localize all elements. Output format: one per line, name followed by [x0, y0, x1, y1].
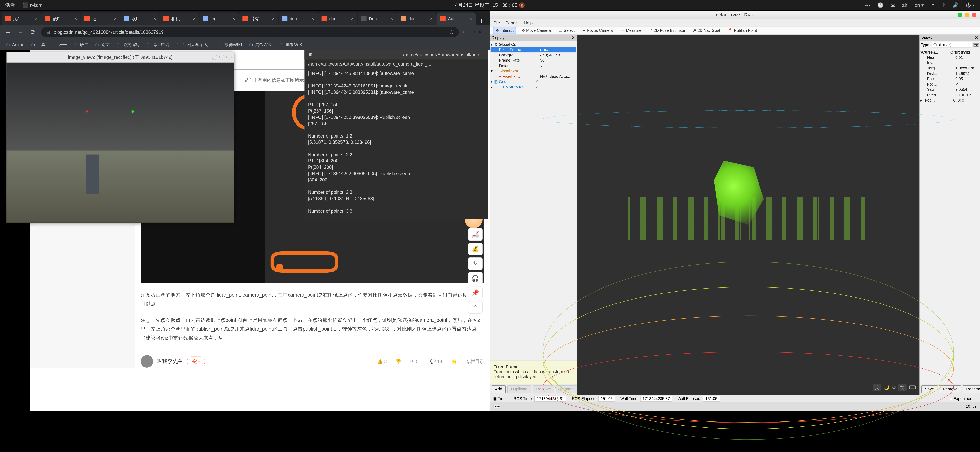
- bookmark-item[interactable]: 🗀研二: [71, 41, 91, 49]
- tab-close-icon[interactable]: ×: [312, 16, 314, 21]
- rviz-tool-2d-nav-goal[interactable]: ↗2D Nav Goal: [691, 27, 722, 34]
- forward-button[interactable]: →: [16, 28, 25, 37]
- rviz-tool-focus-camera[interactable]: ✦Focus Camera: [581, 27, 615, 34]
- browser-tab[interactable]: Doc×: [358, 13, 397, 25]
- rviz-menu-item[interactable]: Panels: [506, 21, 519, 25]
- float-headset-icon[interactable]: 🎧: [468, 272, 482, 284]
- terminal-output[interactable]: [ INFO] [1713944245.984413830]: [autowar…: [304, 69, 488, 216]
- rviz-menu-item[interactable]: File: [493, 21, 500, 25]
- browser-tab[interactable]: leg×: [199, 13, 239, 25]
- follow-button[interactable]: 关注: [187, 357, 205, 366]
- address-bar[interactable]: ⊟ blog.csdn.net/qq_40216084/article/deta…: [41, 27, 459, 37]
- site-info-icon[interactable]: ⊟: [46, 29, 50, 35]
- bookmark-btn[interactable]: ⭐: [451, 359, 457, 364]
- win-close-icon[interactable]: [226, 54, 232, 60]
- win-min-icon[interactable]: [212, 54, 217, 60]
- tab-close-icon[interactable]: ×: [272, 16, 275, 21]
- indicator-dots-icon[interactable]: •••: [865, 2, 870, 8]
- views-rename-button[interactable]: Rename: [963, 385, 980, 393]
- browser-tab[interactable]: 无J×: [2, 13, 41, 25]
- ime-btn-1[interactable]: 英: [873, 384, 881, 391]
- reset-button[interactable]: Reset: [493, 405, 500, 408]
- displays-tree[interactable]: ▾⚙ Global Opti... Fixed Framerslidar Bac…: [490, 41, 577, 91]
- browser-tab[interactable]: 便F×: [41, 13, 81, 25]
- back-button[interactable]: ←: [3, 28, 12, 37]
- tab-close-icon[interactable]: ×: [430, 16, 433, 21]
- rviz-menu-item[interactable]: Help: [524, 21, 533, 25]
- rviz-tool-measure[interactable]: —Measure: [619, 27, 643, 34]
- bookmark-item[interactable]: 🗀Anime: [3, 41, 27, 48]
- float-up-icon[interactable]: ⌃: [468, 301, 482, 314]
- tab-close-icon[interactable]: ×: [75, 16, 77, 21]
- tab-close-icon[interactable]: ×: [351, 16, 353, 21]
- float-edit-icon[interactable]: ✎: [468, 257, 482, 270]
- bookmark-item[interactable]: 🗀原神WIKI: [216, 41, 245, 49]
- toc-btn[interactable]: 专栏目录: [466, 358, 484, 364]
- tab-close-icon[interactable]: ×: [469, 16, 472, 21]
- tab-close-icon[interactable]: ×: [391, 16, 393, 21]
- bookmark-item[interactable]: 🗀工具: [29, 41, 48, 49]
- extension-1-icon[interactable]: ▦: [463, 31, 465, 34]
- lang-indicator-1[interactable]: zh: [902, 2, 907, 8]
- panel-close-icon[interactable]: ✕: [572, 35, 575, 40]
- views-zero-button[interactable]: Zero: [973, 43, 979, 46]
- extension-4-icon[interactable]: ▤: [479, 31, 480, 34]
- bookmark-item[interactable]: 🗀崩铁WIKI: [277, 41, 306, 49]
- lang-indicator-2[interactable]: en ▾: [915, 2, 924, 8]
- network-icon[interactable]: ⋔: [931, 2, 935, 8]
- win-max-icon[interactable]: [219, 54, 224, 60]
- new-tab-button[interactable]: +: [476, 17, 487, 25]
- comment-count[interactable]: 💬 14: [430, 359, 442, 364]
- mac-close-icon[interactable]: [972, 13, 977, 17]
- browser-tab[interactable]: 相机×: [160, 13, 199, 25]
- rviz-3d-view[interactable]: 英 🌙 ⚙ 简 ⌨: [577, 35, 920, 395]
- browser-tab[interactable]: doc×: [397, 13, 436, 25]
- terminal-tab-icon[interactable]: ▣: [308, 52, 313, 57]
- ime-btn-2[interactable]: 简: [899, 384, 907, 391]
- ime-gear-icon[interactable]: ⚙: [892, 385, 896, 390]
- bookmark-item[interactable]: 🗀论文: [92, 41, 112, 49]
- rviz-tool-select[interactable]: ▭Select: [557, 27, 577, 34]
- indicator-clock-icon[interactable]: 🕓: [877, 2, 884, 8]
- browser-tab[interactable]: 欧I×: [120, 13, 159, 25]
- views-tree[interactable]: ▾Curren...Orbit (rviz) Nea...0.01 Inve..…: [920, 49, 980, 104]
- ime-keyboard-icon[interactable]: ⌨: [909, 385, 916, 390]
- tab-close-icon[interactable]: ×: [114, 16, 116, 21]
- power-icon[interactable]: ⏻ ▾: [966, 2, 975, 8]
- rviz-tool-2d-pose-estimate[interactable]: ↗2D Pose Estimate: [647, 27, 687, 34]
- float-pin-icon[interactable]: 📌: [468, 287, 482, 299]
- mac-min-icon[interactable]: [965, 13, 969, 17]
- mac-zoom-icon[interactable]: [958, 13, 963, 17]
- float-wallet-icon[interactable]: 💰: [468, 243, 482, 255]
- menu-button[interactable]: ⋮: [484, 31, 486, 34]
- bookmark-item[interactable]: 🗀崩铁WIKI: [247, 41, 275, 49]
- indicator-app-icon[interactable]: ⬚: [853, 2, 858, 8]
- views-type-select[interactable]: Orbit (rviz): [932, 42, 972, 48]
- activities-button[interactable]: 活动: [5, 2, 15, 9]
- author-name[interactable]: 叫我李先生: [157, 358, 183, 365]
- bookmark-item[interactable]: 🗀论文编写: [114, 41, 142, 49]
- thumb-up[interactable]: 👍 3: [377, 359, 387, 364]
- thumb-down[interactable]: 👎: [396, 359, 401, 364]
- experimental-checkbox[interactable]: Experimental: [950, 396, 977, 401]
- bluetooth-icon[interactable]: ᛒ: [942, 2, 945, 8]
- author-avatar[interactable]: [141, 355, 153, 367]
- views-close-icon[interactable]: ✕: [975, 35, 978, 40]
- tab-close-icon[interactable]: ×: [232, 16, 235, 21]
- camera-scene[interactable]: [7, 62, 234, 223]
- tab-close-icon[interactable]: ×: [193, 16, 196, 21]
- browser-tab[interactable]: 记×: [81, 13, 120, 25]
- tab-close-icon[interactable]: ×: [153, 16, 156, 21]
- bookmark-item[interactable]: 🗀兰州大学个人...: [174, 41, 214, 49]
- tab-close-icon[interactable]: ×: [35, 16, 37, 21]
- rviz-tool-publish-point[interactable]: 📍Publish Point: [725, 27, 759, 34]
- browser-tab[interactable]: Aut×: [436, 13, 476, 25]
- extension-3-icon[interactable]: ▥: [474, 31, 475, 34]
- indicator-chrome-icon[interactable]: ◉: [891, 2, 895, 8]
- float-chart-icon[interactable]: 📈: [468, 228, 482, 241]
- clock-date[interactable]: 4月24日 星期三 15 : 38 : 05 🔕: [455, 2, 525, 8]
- bookmark-item[interactable]: 🗀博士申请: [144, 41, 172, 49]
- star-button[interactable]: ☆: [449, 29, 453, 35]
- reload-button[interactable]: ⟳: [29, 28, 37, 37]
- rviz-tool-move-camera[interactable]: ✥Move Camera: [519, 27, 553, 34]
